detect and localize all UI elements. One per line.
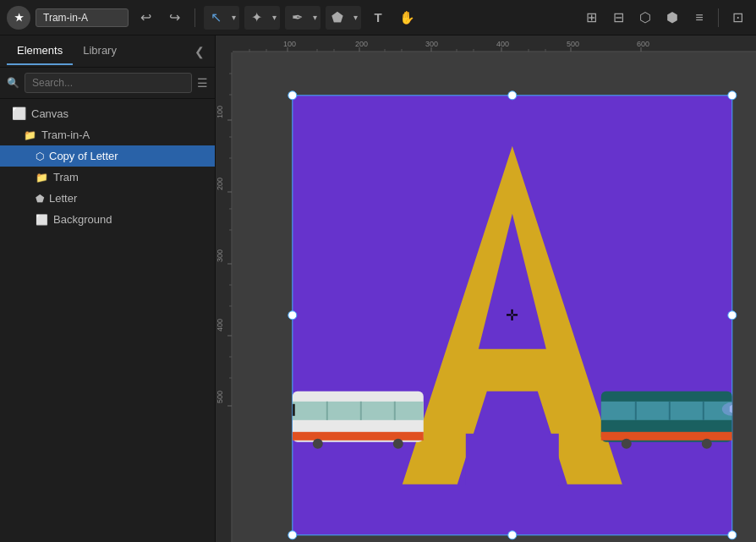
- toolbar-right: ⊞ ⊟ ⬡ ⬢ ≡ ⊡: [579, 6, 749, 30]
- ruler-top: 100 200 300 400 500 600: [233, 36, 756, 52]
- ruler-left: 100 200 300 400 500: [216, 52, 233, 542]
- ruler-left-svg: 100 200 300 400 500: [216, 52, 233, 542]
- copy-of-letter-label: Copy of Letter: [49, 150, 208, 162]
- shape-dropdown-button[interactable]: ▾: [349, 6, 361, 30]
- svg-text:200: 200: [355, 40, 368, 48]
- svg-text:300: 300: [216, 249, 224, 262]
- copy-of-letter-icon: ⬡: [36, 151, 44, 162]
- ruler-corner: [216, 36, 233, 52]
- letter-label: Letter: [49, 192, 208, 205]
- separator-1: [194, 8, 195, 27]
- tram-left-svg: [292, 382, 427, 454]
- node-tool-button[interactable]: ✦: [244, 6, 268, 30]
- document-title-input[interactable]: [36, 8, 129, 27]
- shape-tool-button[interactable]: ⬟: [326, 6, 349, 30]
- tree-item-background[interactable]: ⬜ Background: [0, 209, 215, 230]
- tram-right-svg: [596, 382, 731, 454]
- tram-left-wheel-2: [392, 438, 403, 448]
- node-tool-group: ✦ ▾: [244, 6, 280, 30]
- app-logo[interactable]: ★: [7, 6, 30, 30]
- tram-right-windows: [600, 401, 731, 419]
- align-button[interactable]: ⊞: [579, 6, 603, 30]
- tram-right: [596, 382, 731, 454]
- select-tool-button[interactable]: ↖: [204, 6, 227, 30]
- panel-toggle-button[interactable]: ⊡: [726, 6, 749, 30]
- tram-left: [292, 382, 427, 454]
- undo-button[interactable]: ↩: [134, 6, 157, 30]
- background-icon: ⬜: [36, 214, 48, 226]
- tree-item-canvas[interactable]: ⬜ Canvas: [0, 102, 215, 124]
- svg-text:400: 400: [216, 319, 224, 331]
- tram-in-a-icon: 📁: [24, 129, 36, 141]
- canvas-row: 100 200 300 400 500: [216, 52, 756, 542]
- letter-a-bottom-cutout: [465, 433, 558, 485]
- svg-text:400: 400: [496, 40, 509, 48]
- tram-in-a-label: Tram-in-A: [41, 129, 208, 141]
- svg-text:600: 600: [637, 40, 649, 48]
- canvas-icon: ⬜: [12, 107, 26, 120]
- distribute-button[interactable]: ⊟: [606, 6, 630, 30]
- search-icon: 🔍: [7, 77, 19, 89]
- text-tool-button[interactable]: T: [366, 6, 390, 30]
- tram-right-wheel-1: [621, 438, 631, 448]
- svg-text:100: 100: [216, 106, 224, 118]
- separator-2: [718, 8, 719, 27]
- tram-left-windows: [292, 401, 423, 419]
- ruler-top-svg: 100 200 300 400 500 600: [233, 36, 756, 52]
- tram-right-stripe: [600, 431, 731, 440]
- tram-label: Tram: [53, 171, 208, 183]
- canvas-label: Canvas: [31, 107, 208, 120]
- tree-item-tram[interactable]: 📁 Tram: [0, 167, 215, 188]
- share-button[interactable]: ⬢: [660, 6, 684, 30]
- tram-left-front-light: [292, 403, 294, 415]
- tram-icon: 📁: [36, 172, 48, 183]
- artboard-container: ✛: [292, 95, 731, 534]
- search-input[interactable]: [25, 73, 192, 93]
- canvas-area: 100 200 300 400 500 600: [216, 36, 756, 542]
- canvas-viewport[interactable]: ✛: [233, 52, 756, 542]
- tree-item-letter[interactable]: ⬟ Letter: [0, 188, 215, 209]
- sidebar-tabs: Elements Library ❮: [0, 36, 215, 68]
- svg-text:100: 100: [283, 40, 296, 48]
- select-tool-group: ↖ ▾: [204, 6, 239, 30]
- svg-rect-49: [702, 401, 704, 419]
- svg-text:300: 300: [425, 40, 438, 48]
- select-dropdown-button[interactable]: ▾: [227, 6, 239, 30]
- artboard[interactable]: ✛: [292, 95, 731, 534]
- svg-text:500: 500: [216, 391, 224, 403]
- sidebar: Elements Library ❮ 🔍 ☰ ⬜ Canvas 📁 Tram-i…: [0, 36, 216, 542]
- sidebar-collapse-button[interactable]: ❮: [191, 41, 208, 62]
- hand-tool-button[interactable]: ✋: [395, 6, 419, 30]
- svg-text:500: 500: [567, 40, 579, 48]
- tab-library[interactable]: Library: [73, 37, 127, 65]
- node-dropdown-button[interactable]: ▾: [268, 6, 280, 30]
- svg-rect-44: [326, 401, 327, 419]
- pen-tool-group: ✒ ▾: [285, 6, 320, 30]
- export-button[interactable]: ⬡: [633, 6, 657, 30]
- svg-rect-45: [359, 401, 361, 419]
- tree-item-tram-in-a[interactable]: 📁 Tram-in-A: [0, 124, 215, 145]
- background-label: Background: [53, 213, 208, 226]
- element-tree: ⬜ Canvas 📁 Tram-in-A ⬡ Copy of Letter 📁 …: [0, 99, 215, 542]
- svg-rect-46: [393, 401, 395, 419]
- tab-elements[interactable]: Elements: [7, 37, 73, 65]
- svg-text:200: 200: [216, 178, 224, 190]
- redo-button[interactable]: ↪: [162, 6, 186, 30]
- tram-right-wheel-2: [701, 438, 711, 448]
- svg-rect-47: [634, 401, 636, 419]
- more-button[interactable]: ≡: [688, 6, 711, 30]
- tree-item-copy-of-letter[interactable]: ⬡ Copy of Letter: [0, 145, 215, 167]
- tram-left-wheel-1: [312, 438, 322, 448]
- svg-rect-48: [668, 401, 670, 419]
- sidebar-search-bar: 🔍 ☰: [0, 68, 215, 99]
- tram-left-stripe: [292, 431, 423, 440]
- main-area: Elements Library ❮ 🔍 ☰ ⬜ Canvas 📁 Tram-i…: [0, 36, 756, 542]
- shape-tool-group: ⬟ ▾: [326, 6, 361, 30]
- sort-icon[interactable]: ☰: [197, 76, 208, 90]
- letter-a-svg: [292, 95, 731, 534]
- main-toolbar: ★ ↩ ↪ ↖ ▾ ✦ ▾ ✒ ▾ ⬟ ▾ T ✋ ⊞ ⊟ ⬡ ⬢ ≡ ⊡: [0, 0, 756, 36]
- pen-tool-button[interactable]: ✒: [285, 6, 309, 30]
- letter-icon: ⬟: [36, 193, 44, 205]
- pen-dropdown-button[interactable]: ▾: [309, 6, 320, 30]
